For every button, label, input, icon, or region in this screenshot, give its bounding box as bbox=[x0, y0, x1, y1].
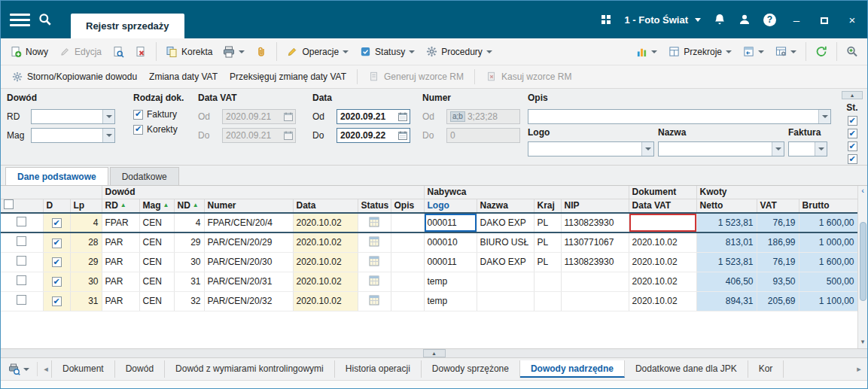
tab-dodatkowe[interactable]: Dodatkowe bbox=[110, 167, 179, 185]
menu-icon[interactable] bbox=[10, 14, 30, 26]
column-header-vat[interactable]: VAT bbox=[757, 199, 799, 213]
tab-dodatkowe-dane-jpk[interactable]: Dodatkowe dane dla JPK bbox=[625, 360, 748, 378]
scrollbar-thumb[interactable] bbox=[860, 222, 866, 301]
column-header-nazwa[interactable]: Nazwa bbox=[477, 199, 534, 213]
column-header-opis[interactable]: Opis bbox=[391, 199, 424, 213]
column-header-rd[interactable]: RD▲ bbox=[102, 199, 139, 213]
tab-dowod-z-wymiarami[interactable]: Dowód z wymiarami kontrolingowymi bbox=[165, 360, 335, 378]
d-checkbox[interactable]: ✔ bbox=[52, 257, 62, 267]
column-header-nd[interactable]: ND▲ bbox=[174, 199, 204, 213]
chart-button[interactable] bbox=[631, 44, 662, 60]
search-icon[interactable] bbox=[30, 1, 60, 38]
calendar-icon[interactable] bbox=[398, 112, 407, 121]
tabs-scroll-left[interactable]: ◂ bbox=[41, 364, 51, 374]
d-checkbox[interactable]: ✔ bbox=[52, 239, 62, 248]
st-checkbox[interactable]: ✔ bbox=[848, 129, 857, 138]
column-header-numer[interactable]: Numer bbox=[204, 199, 293, 213]
tab-kor-truncated[interactable]: Kor bbox=[748, 360, 784, 378]
data-do-input[interactable]: 2020.09.22 bbox=[337, 128, 410, 143]
delete-document-button[interactable] bbox=[130, 44, 151, 60]
column-header-logo[interactable]: Logo bbox=[424, 199, 477, 213]
korekty-checkbox[interactable]: ✔ bbox=[133, 125, 143, 135]
horizontal-splitter[interactable]: ▴ bbox=[1, 348, 867, 358]
procedury-button[interactable]: Procedury bbox=[421, 44, 497, 60]
document-tab[interactable]: Rejestr sprzedaży bbox=[71, 14, 184, 38]
d-checkbox[interactable]: ✔ bbox=[52, 218, 62, 228]
grid-settings-button[interactable] bbox=[770, 44, 801, 60]
advanced-search-button[interactable] bbox=[842, 44, 863, 60]
notifications-bell-icon[interactable] bbox=[714, 14, 726, 26]
logo-combobox[interactable] bbox=[528, 141, 654, 157]
tab-dane-podstawowe[interactable]: Dane podstawowe bbox=[5, 167, 108, 185]
zmiana-daty-vat-button[interactable]: Zmiana daty VAT bbox=[145, 69, 222, 84]
column-header-nip[interactable]: NIP bbox=[561, 199, 629, 213]
tabs-scroll-right[interactable]: ▸ bbox=[854, 364, 864, 374]
korekta-button[interactable]: Korekta bbox=[161, 44, 217, 60]
column-header-status[interactable]: Status bbox=[358, 199, 391, 213]
korekty-label[interactable]: Korekty bbox=[147, 124, 178, 135]
collapse-filters-button[interactable]: ▴ bbox=[842, 91, 863, 99]
rd-combobox[interactable] bbox=[31, 109, 115, 124]
table-row[interactable]: ✔ 30 PAR CEN 31 PAR/CEN/20/31 2020.10.02… bbox=[1, 272, 857, 291]
tab-dowody-sprzezone[interactable]: Dowody sprzężone bbox=[422, 360, 520, 378]
faktury-label[interactable]: Faktury bbox=[147, 109, 177, 120]
preview-document-button[interactable] bbox=[108, 44, 129, 60]
tab-historia-operacji[interactable]: Historia operacji bbox=[335, 360, 422, 378]
close-button[interactable]: × bbox=[845, 14, 860, 26]
column-header-mag[interactable]: Mag▲ bbox=[139, 199, 174, 213]
minimize-button[interactable]: – bbox=[789, 14, 804, 26]
nowy-button[interactable]: Nowy bbox=[5, 44, 53, 60]
attachments-button[interactable] bbox=[251, 44, 272, 60]
panel-layout-button[interactable] bbox=[738, 44, 769, 60]
cell-logo-focused[interactable]: 000011 bbox=[424, 213, 477, 232]
row-checkbox[interactable] bbox=[17, 275, 26, 285]
select-all-checkbox[interactable] bbox=[4, 199, 14, 209]
table-row[interactable]: ✔ 31 PAR CEN 32 PAR/CEN/20/32 2020.10.02… bbox=[1, 291, 857, 311]
tab-dowod[interactable]: Dowód bbox=[115, 360, 165, 378]
company-selector[interactable]: 1 - Foto Świat bbox=[625, 14, 702, 26]
st-checkbox[interactable]: ✔ bbox=[848, 116, 857, 126]
apps-grid-icon[interactable] bbox=[600, 14, 612, 26]
st-checkbox[interactable]: ✔ bbox=[848, 141, 857, 151]
refresh-button[interactable] bbox=[811, 44, 832, 60]
column-header-netto[interactable]: Netto bbox=[696, 199, 757, 213]
vertical-scrollbar[interactable]: ‹ ▾ bbox=[857, 186, 867, 348]
mag-combobox[interactable] bbox=[31, 128, 115, 143]
user-icon[interactable] bbox=[739, 14, 751, 26]
column-header-data-vat[interactable]: Data VAT bbox=[629, 199, 696, 213]
operacje-button[interactable]: Operacje bbox=[282, 44, 353, 60]
column-header-kraj[interactable]: Kraj bbox=[534, 199, 561, 213]
tab-dowody-nadrzedne[interactable]: Dowody nadrzędne bbox=[520, 360, 625, 378]
faktura-combobox[interactable] bbox=[788, 141, 827, 157]
faktury-checkbox[interactable]: ✔ bbox=[133, 110, 143, 120]
maximize-button[interactable] bbox=[817, 14, 832, 26]
row-checkbox[interactable] bbox=[17, 217, 26, 226]
print-button[interactable] bbox=[218, 44, 249, 60]
column-header-brutto[interactable]: Brutto bbox=[799, 199, 857, 213]
st-checkbox[interactable]: ✔ bbox=[848, 154, 857, 164]
table-row[interactable]: ✔ 28 PAR CEN 29 PAR/CEN/20/29 2020.10.02… bbox=[1, 232, 857, 252]
row-checkbox[interactable] bbox=[17, 295, 26, 305]
storno-button[interactable]: Storno/Kopiowanie dowodu bbox=[7, 68, 142, 85]
d-checkbox[interactable]: ✔ bbox=[52, 277, 62, 287]
row-checkbox[interactable] bbox=[17, 256, 26, 266]
table-row[interactable]: ✔ 29 PAR CEN 30 PAR/CEN/20/30 2020.10.02… bbox=[1, 252, 857, 272]
column-header-d[interactable]: D bbox=[43, 199, 70, 213]
calendar-icon[interactable] bbox=[398, 131, 407, 140]
row-checkbox[interactable] bbox=[17, 236, 26, 246]
scroll-down-icon[interactable]: ▾ bbox=[861, 338, 865, 348]
przekroje-button[interactable]: Przekroje bbox=[663, 44, 736, 60]
nazwa-combobox[interactable] bbox=[658, 141, 784, 157]
help-icon[interactable]: ? bbox=[763, 14, 776, 26]
statusy-button[interactable]: Statusy bbox=[355, 44, 419, 60]
opis-combobox[interactable] bbox=[528, 109, 831, 124]
column-header-data[interactable]: Data bbox=[293, 199, 358, 213]
table-row[interactable]: ✔ 4 FPAR CEN 4 FPAR/CEN/20/4 2020.10.02 … bbox=[1, 213, 857, 232]
tab-dokument[interactable]: Dokument bbox=[51, 360, 115, 378]
d-checkbox[interactable]: ✔ bbox=[52, 296, 62, 306]
cell-data-vat-error[interactable] bbox=[629, 213, 696, 232]
data-od-input[interactable]: 2020.09.21 bbox=[337, 109, 410, 124]
collapse-panel-icon[interactable]: ‹ bbox=[861, 186, 864, 198]
collapse-bottom-panel-button[interactable]: ▴ bbox=[423, 349, 446, 357]
print-preview-button[interactable] bbox=[4, 362, 34, 377]
